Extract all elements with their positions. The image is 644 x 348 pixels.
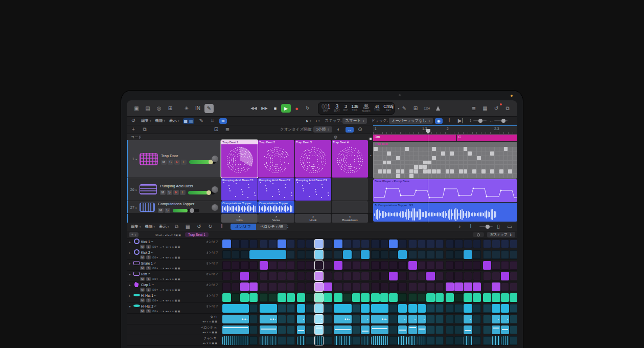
step-cell[interactable] <box>352 315 361 323</box>
seq-edit-menu[interactable]: 編集▾ <box>129 224 143 229</box>
step-cell[interactable] <box>473 315 481 323</box>
m-button[interactable]: M <box>160 190 166 195</box>
drum-note-cell[interactable] <box>441 161 445 165</box>
disclosure-icon[interactable]: ▸ <box>134 206 139 209</box>
active-step[interactable]: ▸ <box>492 315 500 323</box>
forward-button[interactable]: ▶▶ <box>260 104 269 113</box>
drum-note-cell[interactable] <box>459 147 463 151</box>
row-rate-stepper[interactable]: /16 ▾ <box>152 245 158 248</box>
step-cell[interactable] <box>343 293 352 302</box>
vertical-zoom-slider[interactable]: ⇕ <box>469 119 487 123</box>
scene-trigger[interactable]: ∧Breakdown <box>332 214 368 223</box>
bar-ruler[interactable]: 11.322.3 <box>373 126 517 135</box>
drum-note-cell[interactable] <box>490 156 494 160</box>
step-cell[interactable] <box>352 336 361 345</box>
drum-note-cell[interactable] <box>396 147 400 151</box>
text-tool-icon[interactable]: I <box>466 222 475 231</box>
step-cell[interactable] <box>306 325 314 334</box>
loop-cell[interactable]: Computations Topper <box>258 201 294 213</box>
row-stepper[interactable]: ▴▾ <box>152 284 154 286</box>
step-cell[interactable] <box>435 325 444 334</box>
active-step[interactable] <box>483 261 492 270</box>
pan-knob[interactable] <box>212 204 218 211</box>
step-cell[interactable] <box>492 240 500 248</box>
row-rate-stepper[interactable]: /16 ▾ <box>152 267 158 270</box>
active-step[interactable] <box>249 250 286 259</box>
drum-note-cell[interactable] <box>481 165 486 169</box>
drum-note-cell[interactable] <box>450 165 454 169</box>
drum-note-cell[interactable] <box>378 169 382 173</box>
step-cell[interactable] <box>324 272 332 280</box>
row-mute-button[interactable]: M <box>140 288 145 292</box>
active-step[interactable] <box>473 293 481 302</box>
library-icon[interactable]: ▦ <box>480 104 490 113</box>
active-step[interactable] <box>287 293 295 302</box>
step-cell[interactable] <box>426 304 435 313</box>
drum-note-cell[interactable] <box>490 161 494 165</box>
step-cell[interactable] <box>324 315 332 323</box>
step-cell[interactable] <box>232 293 240 302</box>
step-cell[interactable] <box>426 261 435 270</box>
drum-note-cell[interactable] <box>441 151 445 156</box>
drum-note-cell[interactable] <box>472 169 476 173</box>
step-cell[interactable] <box>380 272 389 280</box>
step-cell[interactable] <box>464 261 472 270</box>
drum-note-cell[interactable] <box>387 156 391 160</box>
row-mute-button[interactable]: M <box>140 245 145 249</box>
active-step[interactable] <box>501 325 510 334</box>
drum-note-cell[interactable] <box>486 174 490 178</box>
autoscroll-button[interactable]: ▶| <box>456 116 465 125</box>
scene-stop-button[interactable] <box>369 137 372 140</box>
lcd-display[interactable]: 001BAR 3BEAT 3DIV 136TICK 90KEEPTEMPO 4/… <box>318 102 395 115</box>
stop-button[interactable]: ■ <box>270 104 280 113</box>
drum-note-cell[interactable] <box>396 174 400 178</box>
drum-note-cell[interactable] <box>499 147 503 151</box>
step-cell[interactable] <box>418 282 426 291</box>
drum-note-cell[interactable] <box>495 156 499 160</box>
drum-note-cell[interactable] <box>508 169 512 173</box>
drum-note-cell[interactable] <box>450 147 454 151</box>
step-cell[interactable] <box>380 240 389 248</box>
drum-note-cell[interactable] <box>419 174 423 178</box>
step-cell[interactable] <box>483 272 492 280</box>
drum-note-cell[interactable] <box>472 151 476 156</box>
drum-note-cell[interactable] <box>450 151 454 156</box>
drum-note-cell[interactable] <box>513 151 517 156</box>
active-step[interactable] <box>297 325 306 334</box>
drum-note-cell[interactable] <box>513 147 517 151</box>
row-mute-button[interactable]: M <box>140 277 145 281</box>
s-button[interactable]: S <box>168 160 173 165</box>
drum-note-cell[interactable] <box>499 161 503 165</box>
drum-note-cell[interactable] <box>472 165 476 169</box>
direction-stepper[interactable]: → ▴▾ <box>162 233 168 236</box>
active-step[interactable] <box>361 250 370 259</box>
drum-note-cell[interactable] <box>383 169 387 173</box>
step-cell[interactable] <box>510 304 517 313</box>
active-step[interactable] <box>222 293 231 302</box>
grid-view-icon[interactable]: ▦ <box>184 119 188 123</box>
step-cell[interactable] <box>297 272 306 280</box>
step-cell[interactable] <box>232 240 240 248</box>
step-cell[interactable] <box>287 336 295 345</box>
step-cell[interactable] <box>222 250 231 259</box>
active-step[interactable] <box>315 293 324 302</box>
sequencer-row-header[interactable]: ▸Kick 1▴▾オン/オフMS/16 ▾→ ▾◂ ▸ ∨ ∧ ▣ ▣ <box>127 238 220 249</box>
loop-cell[interactable]: Trap Beat 1 <box>221 140 258 178</box>
drum-note-cell[interactable] <box>464 169 468 173</box>
drum-note-cell[interactable] <box>401 151 405 156</box>
drum-note-cell[interactable] <box>378 147 382 151</box>
active-step[interactable] <box>361 325 370 334</box>
drum-note-cell[interactable] <box>374 165 378 169</box>
active-step[interactable] <box>315 336 324 345</box>
loop-cell[interactable]: Pumping Acid Bass C1 <box>221 178 258 201</box>
active-step[interactable]: ◆ ◆ ▸ <box>371 315 388 323</box>
step-cell[interactable] <box>287 272 295 280</box>
drum-note-cell[interactable] <box>441 147 445 151</box>
step-cell[interactable] <box>473 272 481 280</box>
drum-note-cell[interactable] <box>423 165 427 169</box>
drum-note-cell[interactable] <box>436 165 441 169</box>
drum-note-cell[interactable] <box>468 156 472 160</box>
functions-menu[interactable]: 機能▾ <box>153 118 168 123</box>
add-row-button[interactable]: +▾ <box>129 232 139 237</box>
drum-note-cell[interactable] <box>446 161 450 165</box>
